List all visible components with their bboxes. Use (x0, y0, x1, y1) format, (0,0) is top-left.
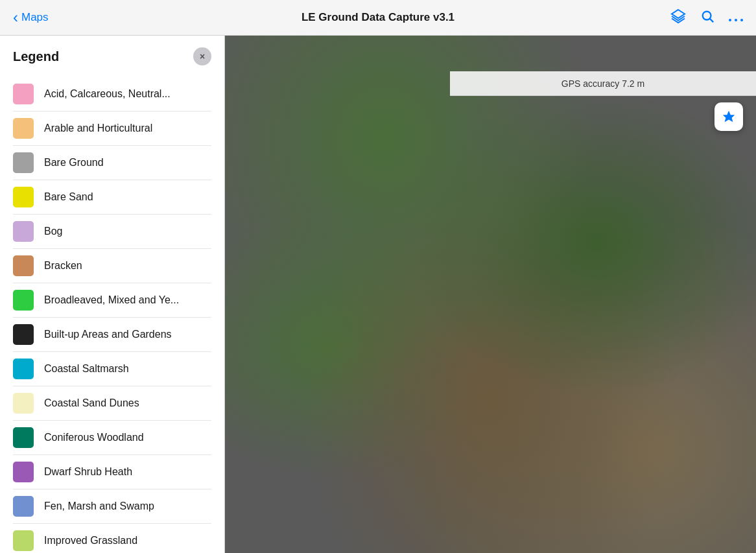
legend-item: Bare Sand (0, 180, 224, 214)
legend-item-label: Bog (44, 226, 211, 237)
svg-point-4 (735, 19, 737, 21)
legend-color-swatch (13, 496, 34, 517)
more-icon[interactable] (729, 10, 743, 25)
legend-item: Broadleaved, Mixed and Ye... (0, 283, 224, 317)
legend-color-swatch (13, 427, 34, 448)
legend-panel: Legend × Acid, Calcareous, Neutral...Ara… (0, 36, 225, 553)
legend-item-label: Broadleaved, Mixed and Ye... (44, 294, 211, 306)
legend-color-swatch (13, 359, 34, 379)
legend-item-label: Bracken (44, 260, 211, 272)
legend-color-swatch (13, 530, 34, 551)
legend-color-swatch (13, 462, 34, 482)
legend-list: Acid, Calcareous, Neutral...Arable and H… (0, 72, 224, 553)
search-icon[interactable] (700, 9, 715, 27)
legend-item: Improved Grassland (0, 524, 224, 553)
legend-color-swatch (13, 255, 34, 276)
legend-color-swatch (13, 152, 34, 173)
map-area[interactable]: 12 12 12 12 12 12 12 12 999 GPS accuracy… (225, 36, 756, 553)
legend-item: Bog (0, 215, 224, 248)
map-background (225, 36, 756, 553)
legend-item-label: Bare Ground (44, 157, 211, 169)
svg-line-2 (710, 19, 713, 22)
legend-item-label: Dwarf Shrub Heath (44, 466, 211, 478)
legend-item-label: Built-up Areas and Gardens (44, 329, 211, 340)
location-button[interactable] (715, 102, 743, 131)
legend-close-button[interactable]: × (193, 47, 211, 65)
legend-item: Dwarf Shrub Heath (0, 455, 224, 489)
gps-accuracy-text: GPS accuracy 7.2 m (561, 78, 644, 89)
legend-item: Arable and Horticultural (0, 112, 224, 145)
legend-item-label: Arable and Horticultural (44, 123, 211, 134)
legend-item: Acid, Calcareous, Neutral... (0, 77, 224, 111)
page-title: LE Ground Data Capture v3.1 (301, 11, 455, 24)
back-button[interactable]: Maps (13, 8, 49, 27)
legend-item-label: Improved Grassland (44, 535, 211, 547)
legend-color-swatch (13, 118, 34, 139)
legend-item: Coastal Sand Dunes (0, 386, 224, 420)
legend-color-swatch (13, 393, 34, 414)
nav-bar: Maps LE Ground Data Capture v3.1 (0, 0, 756, 36)
nav-actions (670, 8, 743, 27)
legend-color-swatch (13, 84, 34, 104)
legend-color-swatch (13, 187, 34, 207)
legend-color-swatch (13, 324, 34, 345)
legend-item: Bare Ground (0, 146, 224, 180)
legend-item: Bracken (0, 249, 224, 283)
legend-item-label: Coastal Saltmarsh (44, 363, 211, 375)
layers-icon[interactable] (670, 8, 686, 27)
legend-item: Built-up Areas and Gardens (0, 318, 224, 351)
svg-point-5 (740, 19, 743, 21)
gps-banner: GPS accuracy 7.2 m (450, 71, 756, 96)
chevron-back-icon (13, 8, 18, 27)
svg-point-1 (703, 11, 711, 19)
legend-item-label: Fen, Marsh and Swamp (44, 500, 211, 512)
legend-color-swatch (13, 221, 34, 242)
back-label[interactable]: Maps (21, 11, 49, 24)
legend-item: Fen, Marsh and Swamp (0, 489, 224, 523)
legend-color-swatch (13, 290, 34, 311)
legend-header: Legend × (0, 36, 224, 72)
legend-item-label: Acid, Calcareous, Neutral... (44, 88, 211, 100)
legend-title: Legend (13, 49, 59, 64)
legend-item-label: Coastal Sand Dunes (44, 397, 211, 409)
legend-item: Coastal Saltmarsh (0, 352, 224, 386)
legend-item-label: Bare Sand (44, 191, 211, 203)
legend-item-label: Coniferous Woodland (44, 432, 211, 443)
svg-point-3 (729, 19, 731, 21)
legend-item: Coniferous Woodland (0, 421, 224, 454)
